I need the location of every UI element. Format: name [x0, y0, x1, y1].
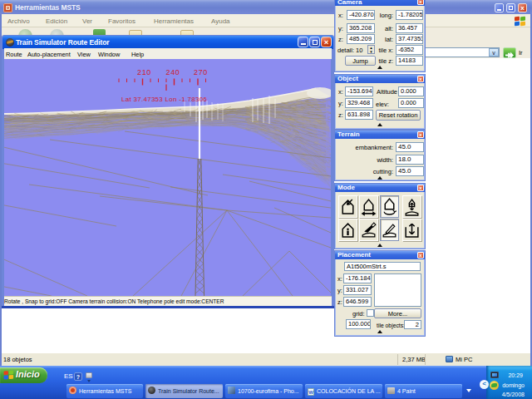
svg-text:Lat 37.47353 Lon -1.78306: Lat 37.47353 Lon -1.78306 [121, 96, 207, 103]
svg-text:240: 240 [165, 68, 180, 76]
svg-text:270: 270 [194, 68, 208, 76]
svg-text:210: 210 [137, 68, 151, 76]
